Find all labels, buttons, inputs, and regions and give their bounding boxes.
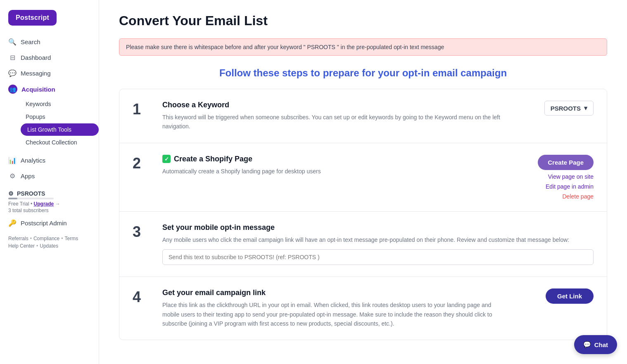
search-icon: 🔍 xyxy=(8,38,17,46)
sidebar-item-messaging[interactable]: 💬 Messaging xyxy=(0,65,99,81)
step-2-row: 2 ✓ Create a Shopify Page Automatically … xyxy=(119,143,607,212)
sidebar-item-keywords[interactable]: Keywords xyxy=(21,98,99,110)
footer-updates[interactable]: Updates xyxy=(40,243,58,249)
sidebar-item-acquisition[interactable]: 👥 Acquisition xyxy=(0,81,99,97)
logo-area: Postscript xyxy=(0,7,99,34)
step-2-desc: Automatically create a Shopify landing p… xyxy=(162,167,506,176)
sidebar-item-popups[interactable]: Popups xyxy=(21,111,99,123)
step-4-desc: Place this link as the clickthrough URL … xyxy=(162,300,506,328)
store-name-row: ⚙ PSROOTS xyxy=(8,190,90,197)
edit-page-link[interactable]: Edit page in admin xyxy=(546,183,594,190)
step-2-content: ✓ Create a Shopify Page Automatically cr… xyxy=(162,155,506,176)
sidebar-item-list-growth-tools[interactable]: List Growth Tools xyxy=(21,123,99,136)
sidebar-item-search-label: Search xyxy=(21,38,40,45)
step-1-desc: This keyword will be triggered when some… xyxy=(162,113,506,131)
sidebar-item-acquisition-label: Acquisition xyxy=(21,86,55,93)
footer-links: Referrals • Compliance • Terms Help Cent… xyxy=(0,231,99,251)
sidebar-item-analytics[interactable]: 📊 Analytics xyxy=(0,152,99,168)
step-3-desc: Any mobile users who click the email cam… xyxy=(162,235,594,244)
step-1-title: Choose a Keyword xyxy=(162,101,506,109)
delete-page-link[interactable]: Delete page xyxy=(562,193,594,200)
get-link-button[interactable]: Get Link xyxy=(546,288,594,304)
sidebar-item-apps[interactable]: ⚙ Apps xyxy=(0,168,99,184)
settings-icon: ⚙ xyxy=(8,190,14,197)
step-2-number: 2 xyxy=(133,155,149,172)
trial-row: Free Trial • Upgrade → xyxy=(8,201,90,207)
keyword-dropdown[interactable]: PSROOTS ▾ xyxy=(544,101,594,116)
step-4-number: 4 xyxy=(133,288,149,306)
chat-bubble[interactable]: 💬 Chat xyxy=(574,335,617,354)
step-4-action: Get Link xyxy=(519,288,594,304)
keyword-dropdown-arrow: ▾ xyxy=(584,104,587,112)
store-section: ⚙ PSROOTS Free Trial • Upgrade → 3 total… xyxy=(0,185,99,215)
sidebar-item-admin[interactable]: 🔑 Postscript Admin xyxy=(0,215,99,231)
step-2-check-icon: ✓ xyxy=(162,155,171,163)
step-1-row: 1 Choose a Keyword This keyword will be … xyxy=(119,89,607,143)
footer-referrals[interactable]: Referrals xyxy=(8,236,28,241)
dot: • xyxy=(31,201,34,207)
step-1-action: PSROOTS ▾ xyxy=(519,101,594,116)
acquisition-subnav: Keywords Popups List Growth Tools Checko… xyxy=(0,97,99,149)
sidebar-item-apps-label: Apps xyxy=(21,173,35,180)
chat-bubble-label: Chat xyxy=(594,341,608,348)
acquisition-icon: 👥 xyxy=(8,85,17,94)
upgrade-arrow: → xyxy=(55,201,60,207)
trial-progress-fill xyxy=(8,198,17,199)
sidebar-item-dashboard-label: Dashboard xyxy=(21,54,51,61)
step-1-content: Choose a Keyword This keyword will be tr… xyxy=(162,101,506,131)
footer-help-center[interactable]: Help Center xyxy=(8,243,35,249)
step-2-title-text: Create a Shopify Page xyxy=(174,155,252,163)
dashboard-icon: ⊟ xyxy=(8,53,17,61)
step-3-row: 3 Set your mobile opt-in message Any mob… xyxy=(119,212,607,277)
sidebar-item-search[interactable]: 🔍 Search xyxy=(0,34,99,50)
steps-heading: Follow these steps to prepare for your o… xyxy=(119,67,607,79)
subscribers-count: 3 total subscribers xyxy=(8,208,90,213)
store-name-label: PSROOTS xyxy=(17,190,45,197)
sidebar-item-messaging-label: Messaging xyxy=(21,70,51,77)
step-4-title: Get your email campaign link xyxy=(162,288,506,297)
sidebar: Postscript 🔍 Search ⊟ Dashboard 💬 Messag… xyxy=(0,0,99,364)
main-content: Convert Your Email List Please make sure… xyxy=(99,0,627,364)
step-3-title: Set your mobile opt-in message xyxy=(162,223,594,232)
trial-label: Free Trial xyxy=(8,201,29,207)
key-icon: 🔑 xyxy=(8,219,17,227)
messaging-icon: 💬 xyxy=(8,69,17,77)
trial-progress-bar xyxy=(8,198,54,199)
steps-card: 1 Choose a Keyword This keyword will be … xyxy=(119,89,607,340)
chat-bubble-icon: 💬 xyxy=(583,341,591,348)
view-page-link[interactable]: View page on site xyxy=(548,173,594,180)
opt-in-message-input[interactable] xyxy=(162,249,594,265)
step-4-content: Get your email campaign link Place this … xyxy=(162,288,506,328)
admin-label: Postscript Admin xyxy=(21,220,67,227)
sidebar-item-checkout-collection[interactable]: Checkout Collection xyxy=(21,136,99,149)
footer-compliance[interactable]: Compliance xyxy=(33,236,59,241)
apps-icon: ⚙ xyxy=(8,172,17,180)
step-2-title: ✓ Create a Shopify Page xyxy=(162,155,506,163)
create-page-button[interactable]: Create Page xyxy=(538,155,594,170)
sidebar-item-analytics-label: Analytics xyxy=(21,157,45,164)
page-title: Convert Your Email List xyxy=(119,13,607,28)
step-4-row: 4 Get your email campaign link Place thi… xyxy=(119,277,607,340)
keyword-dropdown-label: PSROOTS xyxy=(551,105,581,112)
step-2-action: Create Page View page on site Edit page … xyxy=(519,155,594,200)
alert-banner: Please make sure there is whitespace bef… xyxy=(119,38,607,56)
step-3-number: 3 xyxy=(133,223,149,241)
footer-terms[interactable]: Terms xyxy=(64,236,78,241)
upgrade-link[interactable]: Upgrade xyxy=(34,201,54,207)
step-3-content: Set your mobile opt-in message Any mobil… xyxy=(162,223,594,265)
sidebar-item-dashboard[interactable]: ⊟ Dashboard xyxy=(0,50,99,65)
analytics-icon: 📊 xyxy=(8,156,17,164)
logo-button[interactable]: Postscript xyxy=(8,10,57,26)
step-1-number: 1 xyxy=(133,101,149,118)
